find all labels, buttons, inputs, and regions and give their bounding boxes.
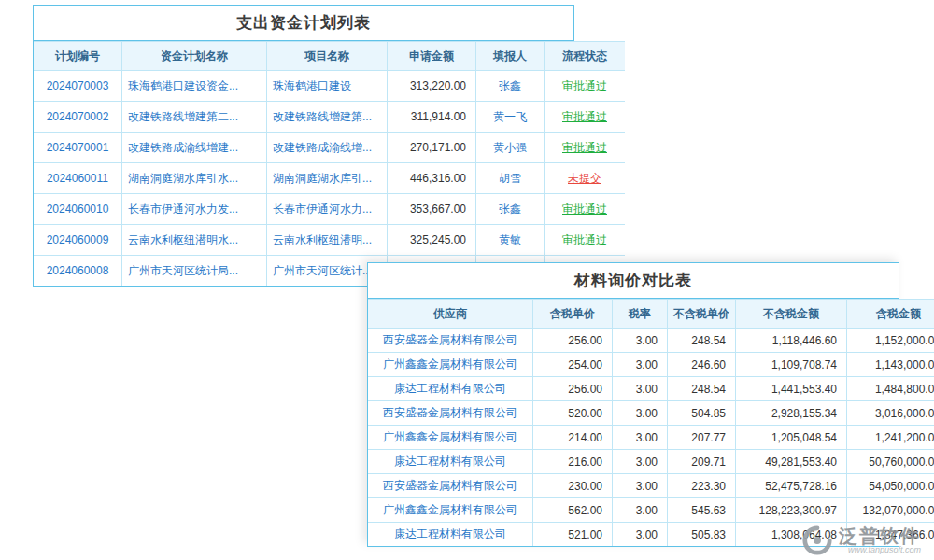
tax-excl-amount-value: 1,441,553.40 xyxy=(736,377,847,401)
apply-amount-value-header: 申请金额 xyxy=(388,42,476,71)
tax-incl-amount-value: 1,241,200.00 xyxy=(847,426,934,450)
supplier-link[interactable]: 广州鑫鑫金属材料有限公司 xyxy=(368,498,533,523)
table-row[interactable]: 广州鑫鑫金属材料有限公司214.003.00207.771,205,048.54… xyxy=(368,426,934,450)
project-name-link[interactable]: 改建铁路线增建第... xyxy=(267,102,388,133)
project-name-link[interactable]: 珠海鹤港口建设 xyxy=(267,71,388,102)
fund-plan-name-link[interactable]: 改建铁路线增建第二... xyxy=(122,102,267,133)
tax-incl-amount-value-header: 含税金额 xyxy=(847,300,934,329)
reporter-link-header: 填报人 xyxy=(476,42,545,71)
table-row[interactable]: 2024060009云南水利枢纽潜明水...云南水利枢纽潜明...325,245… xyxy=(34,225,625,256)
project-name-link[interactable]: 长春市伊通河水力... xyxy=(267,194,388,225)
flow-status-link[interactable]: 审批通过 xyxy=(545,225,626,256)
table-row[interactable]: 2024070002改建铁路线增建第二...改建铁路线增建第...311,914… xyxy=(34,102,625,133)
supplier-link[interactable]: 西安盛器金属材料有限公司 xyxy=(368,474,533,498)
page: 支出资金计划列表 计划编号资金计划名称项目名称申请金额填报人流程状态202407… xyxy=(0,0,934,560)
tax-rate-value: 3.00 xyxy=(613,329,668,353)
table-row[interactable]: 康达工程材料有限公司256.003.00248.541,441,553.401,… xyxy=(368,377,934,401)
supplier-link[interactable]: 康达工程材料有限公司 xyxy=(368,450,533,474)
tax-rate-value: 3.00 xyxy=(613,450,668,474)
plan-id-link[interactable]: 2024060008 xyxy=(34,256,122,287)
fund-plan-name-link[interactable]: 长春市伊通河水力发... xyxy=(122,194,267,225)
table-row[interactable]: 2024070003珠海鹤港口建设资金...珠海鹤港口建设313,220.00张… xyxy=(34,71,625,102)
tax-incl-unit-price-value-header: 含税单价 xyxy=(533,300,613,329)
supplier-link[interactable]: 广州鑫鑫金属材料有限公司 xyxy=(368,353,533,377)
table-row[interactable]: 康达工程材料有限公司216.003.00209.7149,281,553.405… xyxy=(368,450,934,474)
tax-excl-unit-price-value: 223.30 xyxy=(668,474,736,498)
tax-excl-unit-price-value: 504.85 xyxy=(668,401,736,426)
tax-incl-amount-value: 50,760,000.00 xyxy=(847,450,934,474)
tax-excl-amount-value: 1,109,708.74 xyxy=(736,353,847,377)
tax-incl-unit-price-value: 562.00 xyxy=(533,498,613,523)
reporter-link[interactable]: 张鑫 xyxy=(476,71,545,102)
table-row[interactable]: 西安盛器金属材料有限公司230.003.00223.3052,475,728.1… xyxy=(368,474,934,498)
table-row[interactable]: 西安盛器金属材料有限公司520.003.00504.852,928,155.34… xyxy=(368,401,934,426)
tax-rate-value: 3.00 xyxy=(613,498,668,523)
supplier-link[interactable]: 西安盛器金属材料有限公司 xyxy=(368,401,533,426)
tax-excl-unit-price-value-header: 不含税单价 xyxy=(668,300,736,329)
tax-rate-value-header: 税率 xyxy=(613,300,668,329)
supplier-link[interactable]: 康达工程材料有限公司 xyxy=(368,377,533,401)
tax-excl-unit-price-value: 207.77 xyxy=(668,426,736,450)
supplier-link[interactable]: 西安盛器金属材料有限公司 xyxy=(368,329,533,353)
tax-excl-amount-value: 52,475,728.16 xyxy=(736,474,847,498)
table-row[interactable]: 2024060011湖南洞庭湖水库引水...湖南洞庭湖水库引...446,316… xyxy=(34,163,625,194)
fund-plan-name-link[interactable]: 云南水利枢纽潜明水... xyxy=(122,225,267,256)
table-row[interactable]: 2024060010长春市伊通河水力发...长春市伊通河水力...353,667… xyxy=(34,194,625,225)
flow-status-link[interactable]: 未提交 xyxy=(545,163,626,194)
supplier-link[interactable]: 广州鑫鑫金属材料有限公司 xyxy=(368,426,533,450)
tax-incl-unit-price-value: 214.00 xyxy=(533,426,613,450)
flow-status-link[interactable]: 审批通过 xyxy=(545,102,626,133)
reporter-link[interactable]: 张鑫 xyxy=(476,194,545,225)
apply-amount-value: 353,667.00 xyxy=(388,194,476,225)
tax-incl-amount-value: 1,143,000.00 xyxy=(847,353,934,377)
supplier-link[interactable]: 康达工程材料有限公司 xyxy=(368,523,533,547)
header-row: 供应商含税单价税率不含税单价不含税金额含税金额 xyxy=(368,300,934,329)
table-row[interactable]: 2024070001改建铁路成渝线增建...改建铁路成渝线增...270,171… xyxy=(34,133,625,163)
tax-incl-amount-value: 1,152,000.00 xyxy=(847,329,934,353)
apply-amount-value: 325,245.00 xyxy=(388,225,476,256)
flow-status-link-header: 流程状态 xyxy=(545,42,626,71)
reporter-link[interactable]: 黄小强 xyxy=(476,133,545,163)
tax-incl-amount-value: 132,070,000.00 xyxy=(847,498,934,523)
project-name-link[interactable]: 改建铁路成渝线增... xyxy=(267,133,388,163)
fund-plan-name-link[interactable]: 广州市天河区统计局... xyxy=(122,256,267,287)
plan-table-card: 支出资金计划列表 计划编号资金计划名称项目名称申请金额填报人流程状态202407… xyxy=(33,5,574,287)
plan-id-link[interactable]: 2024070001 xyxy=(34,133,122,163)
tax-excl-amount-value: 1,118,446.60 xyxy=(736,329,847,353)
project-name-link[interactable]: 云南水利枢纽潜明... xyxy=(267,225,388,256)
tax-incl-unit-price-value: 254.00 xyxy=(533,353,613,377)
apply-amount-value: 313,220.00 xyxy=(388,71,476,102)
plan-table-title: 支出资金计划列表 xyxy=(34,6,573,41)
table-row[interactable]: 西安盛器金属材料有限公司256.003.00248.541,118,446.60… xyxy=(368,329,934,353)
flow-status-link[interactable]: 审批通过 xyxy=(545,71,626,102)
plan-id-link-header: 计划编号 xyxy=(34,42,122,71)
tax-incl-amount-value: 3,016,000.00 xyxy=(847,401,934,426)
plan-id-link[interactable]: 2024060011 xyxy=(34,163,122,194)
header-row: 计划编号资金计划名称项目名称申请金额填报人流程状态 xyxy=(34,42,625,71)
fund-plan-name-link[interactable]: 改建铁路成渝线增建... xyxy=(122,133,267,163)
tax-incl-unit-price-value: 256.00 xyxy=(533,329,613,353)
tax-rate-value: 3.00 xyxy=(613,401,668,426)
flow-status-link[interactable]: 审批通过 xyxy=(545,133,626,163)
plan-id-link[interactable]: 2024070003 xyxy=(34,71,122,102)
flow-status-link[interactable]: 审批通过 xyxy=(545,194,626,225)
tax-incl-unit-price-value: 521.00 xyxy=(533,523,613,547)
fund-plan-name-link[interactable]: 湖南洞庭湖水库引水... xyxy=(122,163,267,194)
plan-id-link[interactable]: 2024060009 xyxy=(34,225,122,256)
table-row[interactable]: 广州鑫鑫金属材料有限公司254.003.00246.601,109,708.74… xyxy=(368,353,934,377)
reporter-link[interactable]: 胡雪 xyxy=(476,163,545,194)
reporter-link[interactable]: 黄敏 xyxy=(476,225,545,256)
tax-excl-unit-price-value: 209.71 xyxy=(668,450,736,474)
tax-rate-value: 3.00 xyxy=(613,353,668,377)
tax-incl-unit-price-value: 520.00 xyxy=(533,401,613,426)
fanpu-logo-icon xyxy=(801,525,833,556)
plan-id-link[interactable]: 2024070002 xyxy=(34,102,122,133)
reporter-link[interactable]: 黄一飞 xyxy=(476,102,545,133)
tax-excl-unit-price-value: 248.54 xyxy=(668,329,736,353)
table-row[interactable]: 广州鑫鑫金属材料有限公司562.003.00545.63128,223,300.… xyxy=(368,498,934,523)
plan-id-link[interactable]: 2024060010 xyxy=(34,194,122,225)
project-name-link[interactable]: 湖南洞庭湖水库引... xyxy=(267,163,388,194)
tax-incl-amount-value: 54,050,000.00 xyxy=(847,474,934,498)
fund-plan-name-link[interactable]: 珠海鹤港口建设资金... xyxy=(122,71,267,102)
watermark: 泛普软件 www.fanpusoft.com xyxy=(801,525,921,556)
